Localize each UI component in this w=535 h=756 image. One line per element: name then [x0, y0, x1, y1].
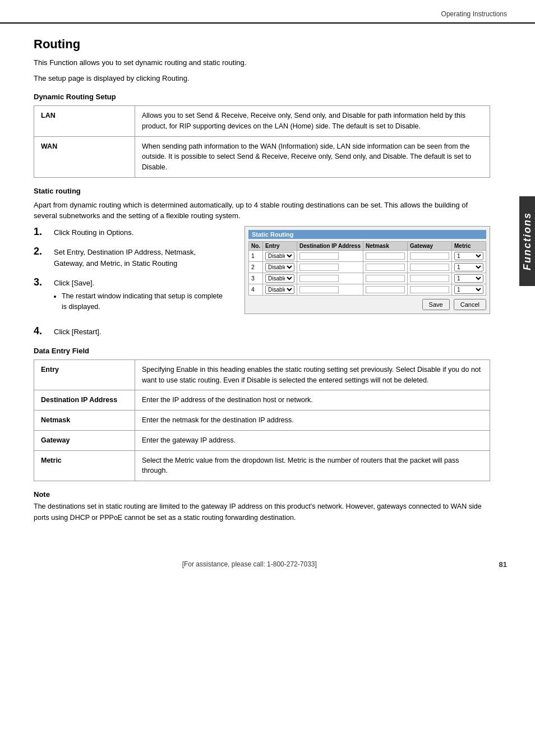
row-netmask[interactable]: [363, 250, 408, 261]
row-entry[interactable]: Disable Enable: [263, 273, 297, 284]
routing-inner-table[interactable]: No. Entry Destination IP Address Netmask…: [248, 241, 486, 296]
col-entry: Entry: [263, 241, 297, 250]
row-gateway[interactable]: [408, 250, 452, 261]
dest-input[interactable]: [299, 275, 339, 282]
page-footer: 81 [For assistance, please call: 1-800-2…: [0, 551, 535, 575]
routing-table-row[interactable]: 3 Disable Enable 1 2 3: [248, 273, 486, 284]
entry-select[interactable]: Disable Enable: [265, 263, 294, 271]
row-netmask[interactable]: [363, 261, 408, 273]
row-entry[interactable]: Disable Enable: [263, 250, 297, 261]
table-row: Netmask Enter the netmask for the destin…: [34, 411, 490, 431]
data-entry-table: Entry Specifying Enable in this heading …: [34, 359, 490, 481]
col-gateway: Gateway: [408, 241, 452, 250]
row-metric[interactable]: 1 2 3: [452, 250, 486, 261]
entry-select[interactable]: Disable Enable: [265, 285, 294, 294]
gateway-label: Gateway: [34, 430, 135, 450]
dynamic-routing-table: LAN Allows you to set Send & Receive, Re…: [34, 105, 490, 178]
table-row: WAN When sending path information to the…: [34, 136, 490, 177]
col-no: No.: [248, 241, 262, 250]
table-row: LAN Allows you to set Send & Receive, Re…: [34, 106, 490, 137]
row-no: 1: [248, 250, 262, 261]
netmask-input[interactable]: [366, 252, 405, 260]
step-2: 2. Set Entry, Destination IP Address, Ne…: [34, 246, 228, 269]
row-dest[interactable]: [297, 273, 363, 284]
main-content: Routing This Function allows you to set …: [0, 24, 518, 540]
routing-table-row[interactable]: 1 Disable Enable 1 2 3: [248, 250, 486, 261]
row-no: 3: [248, 273, 262, 284]
row-dest[interactable]: [297, 284, 363, 295]
netmask-input[interactable]: [366, 286, 405, 293]
cancel-button[interactable]: Cancel: [454, 299, 486, 310]
side-tab-label: Functions: [522, 212, 533, 270]
metric-select[interactable]: 1 2 3: [454, 263, 483, 271]
entry-select[interactable]: Disable Enable: [265, 252, 294, 260]
step-1-num: 1.: [34, 226, 54, 238]
entry-select[interactable]: Disable Enable: [265, 274, 294, 283]
intro-line-2: The setup page is displayed by clicking …: [34, 73, 490, 84]
row-metric[interactable]: 1 2 3: [452, 261, 486, 273]
assistance-text: [For assistance, please call: 1-800-272-…: [182, 560, 317, 568]
metric-description: Select the Metric value from the dropdow…: [135, 450, 490, 481]
metric-label: Metric: [34, 450, 135, 481]
page-title: Routing: [34, 37, 490, 52]
step-4: 4. Click [Restart].: [34, 325, 490, 338]
dest-input[interactable]: [299, 252, 339, 260]
routing-table-row[interactable]: 4 Disable Enable 1 2 3: [248, 284, 486, 295]
dest-ip-label: Destination IP Address: [34, 390, 135, 411]
note-text: The destinations set in static routing a…: [34, 501, 490, 523]
netmask-description: Enter the netmask for the destination IP…: [135, 411, 490, 431]
row-metric[interactable]: 1 2 3: [452, 273, 486, 284]
table-row: Destination IP Address Enter the IP addr…: [34, 390, 490, 411]
col-netmask: Netmask: [363, 241, 408, 250]
metric-select[interactable]: 1 2 3: [454, 252, 483, 260]
step-2-num: 2.: [34, 246, 54, 258]
row-gateway[interactable]: [408, 261, 452, 273]
row-dest[interactable]: [297, 261, 363, 273]
netmask-label: Netmask: [34, 411, 135, 431]
gateway-input[interactable]: [410, 286, 449, 293]
dest-ip-description: Enter the IP address of the destination …: [135, 390, 490, 411]
row-netmask[interactable]: [363, 284, 408, 295]
note-section: Note The destinations set in static rout…: [34, 490, 490, 523]
step-3-sub: The restart window indicating that setup…: [62, 291, 228, 312]
table-row: Entry Specifying Enable in this heading …: [34, 359, 490, 390]
step-1-text: Click Routing in Options.: [54, 226, 133, 238]
routing-table-row[interactable]: 2 Disable Enable 1 2 3: [248, 261, 486, 273]
intro-line-1: This Function allows you to set dynamic …: [34, 57, 490, 68]
dest-input[interactable]: [299, 286, 339, 293]
gateway-input[interactable]: [410, 252, 449, 260]
netmask-input[interactable]: [366, 264, 405, 271]
static-routing-widget: Static Routing No. Entry Destination IP …: [245, 226, 490, 314]
static-routing-heading: Static routing: [34, 187, 490, 195]
row-entry[interactable]: Disable Enable: [263, 261, 297, 273]
note-heading: Note: [34, 490, 490, 499]
metric-select[interactable]: 1 2 3: [454, 285, 483, 294]
metric-select[interactable]: 1 2 3: [454, 274, 483, 283]
entry-description: Specifying Enable in this heading enable…: [135, 359, 490, 390]
row-no: 2: [248, 261, 262, 273]
lan-label: LAN: [34, 106, 135, 137]
step-3-num: 3.: [34, 276, 54, 289]
row-gateway[interactable]: [408, 273, 452, 284]
widget-buttons: Save Cancel: [248, 299, 486, 310]
step-4-num: 4.: [34, 325, 54, 338]
save-button[interactable]: Save: [422, 299, 450, 310]
header-title: Operating Instructions: [441, 10, 507, 18]
row-metric[interactable]: 1 2 3: [452, 284, 486, 295]
steps-list: 1. Click Routing in Options. 2. Set Entr…: [34, 226, 228, 320]
gateway-input[interactable]: [410, 275, 449, 282]
row-dest[interactable]: [297, 250, 363, 261]
data-entry-heading: Data Entry Field: [34, 347, 490, 355]
step-3-text: Click [Save].: [54, 279, 94, 287]
dest-input[interactable]: [299, 264, 339, 271]
row-gateway[interactable]: [408, 284, 452, 295]
netmask-input[interactable]: [366, 275, 405, 282]
step-1: 1. Click Routing in Options.: [34, 226, 228, 238]
row-entry[interactable]: Disable Enable: [263, 284, 297, 295]
row-netmask[interactable]: [363, 273, 408, 284]
col-metric: Metric: [452, 241, 486, 250]
gateway-input[interactable]: [410, 264, 449, 271]
lan-description: Allows you to set Send & Receive, Receiv…: [135, 106, 490, 137]
col-dest: Destination IP Address: [297, 241, 363, 250]
step-3: 3. Click [Save]. The restart window indi…: [34, 276, 228, 312]
